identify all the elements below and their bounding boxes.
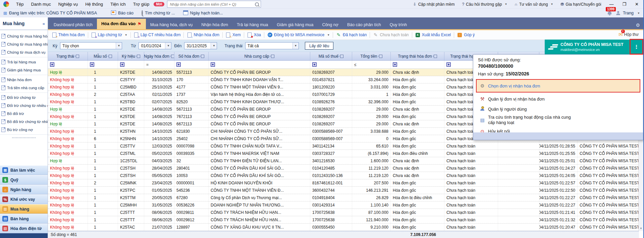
filter-icon[interactable]: [211, 62, 215, 67]
pin-icon[interactable]: [379, 55, 382, 58]
sidebar-item[interactable]: Bỏ đối trừ: [0, 110, 48, 118]
search-input[interactable]: [169, 2, 255, 7]
column-header-7[interactable]: Mã số thuế: [310, 52, 352, 60]
filter-icon[interactable]: [393, 62, 397, 67]
tab-1[interactable]: Dashboard phân tích: [49, 20, 97, 29]
module-loan[interactable]: %Khế ước vay: [0, 194, 48, 204]
close-button[interactable]: ✕: [635, 2, 639, 6]
tab-8[interactable]: Báo cáo phân tích: [343, 20, 385, 29]
column-filter-6[interactable]: [209, 61, 310, 68]
tab-7[interactable]: Công nợ: [318, 20, 343, 29]
column-filter-4[interactable]: =: [144, 61, 174, 68]
table-row[interactable]: Không hợp lệ1K25TPC01/05/2025545236CÔNG …: [48, 187, 639, 194]
column-header-5[interactable]: Số hóa đơn: [174, 52, 209, 60]
pin-icon[interactable]: [171, 55, 174, 58]
tab-6[interactable]: Giảm giá hàng mua: [272, 20, 318, 29]
menu-item-3[interactable]: Nghiệp vụ: [55, 2, 82, 7]
tab-2[interactable]: Hóa đơn đầu vào⚑: [97, 19, 146, 29]
module-e-invoice[interactable]: ▧Hóa đơn điện tử: [0, 224, 48, 233]
sidebar-item[interactable]: Đối trừ chứng từ: [0, 94, 48, 102]
table-row[interactable]: Không hợp lệ1C25TTT08/06/202500029812CÔN…: [48, 216, 639, 224]
pin-icon[interactable]: [340, 55, 343, 58]
menu-item-4[interactable]: Hệ thống: [82, 2, 107, 7]
toolbar-sync-button[interactable]: ⟳Đồng bộ từ MISA meInvoice▼: [264, 30, 333, 40]
sidebar-item[interactable]: Chứng từ mua dịch vụ: [0, 48, 48, 56]
table-row[interactable]: Không hợp lệ1K25TTM20/05/202567280Công t…: [48, 194, 639, 201]
toolbar-feedback-button[interactable]: ↑Góp ý: [454, 30, 478, 40]
account-menu-item-4[interactable]: ▤Tra cứu tình trạng hoạt động của nhà cu…: [478, 114, 638, 126]
sidebar-item[interactable]: Bỏ đối trừ chứng từ nhiều đố...: [0, 118, 48, 126]
table-row[interactable]: Không hợp lệ1K25TAC21/07/2025128897CÔNG …: [48, 224, 639, 231]
load-data-button[interactable]: Lấy dữ liệu: [305, 42, 333, 50]
menu-item-6[interactable]: Trợ giúp: [129, 2, 153, 7]
table-row[interactable]: Không hợp lệ1C25MHH31/05/202500536226DOA…: [48, 201, 639, 209]
toolbar-receive-invoice-button[interactable]: ↓Nhận hóa đơn: [184, 30, 222, 40]
column-header-6[interactable]: Nhà cung cấp: [209, 52, 310, 60]
column-header-1[interactable]: Trạng thái: [48, 52, 88, 60]
column-header-3[interactable]: Ký hiệu: [118, 52, 144, 60]
notification-bell[interactable]: 1399: [608, 11, 611, 15]
status-button-search[interactable]: Tìm chứng từ ...: [138, 11, 179, 15]
filter-icon[interactable]: [90, 62, 94, 67]
maximize-button[interactable]: ❐: [622, 2, 626, 6]
toolbar-add-invoice-button[interactable]: +Thêm hóa đơn: [49, 30, 88, 40]
sidebar-item[interactable]: Chứng từ mua hàng hóa: [0, 32, 48, 40]
module-sales-cart[interactable]: ▤Bán hàng: [0, 214, 48, 224]
pin-icon[interactable]: [434, 55, 437, 58]
table-row[interactable]: Không hợp lệ1C25TSH28/04/2025280401CÔNG …: [48, 165, 639, 172]
minimize-button[interactable]: —: [609, 2, 613, 6]
filter-operator[interactable]: =: [146, 62, 149, 67]
module-cash[interactable]: $Quỹ: [0, 175, 48, 185]
pin-icon[interactable]: [109, 55, 112, 58]
sidebar-splitter[interactable]: [12, 137, 36, 139]
menu-item-1[interactable]: Tệp: [12, 2, 27, 7]
pin-icon[interactable]: [201, 55, 204, 58]
toolbar-view-button[interactable]: ✎Xem: [223, 30, 244, 40]
pin-icon[interactable]: [76, 55, 79, 58]
column-header-9[interactable]: Trạng thái hóa đơn: [391, 52, 444, 60]
mailbox-button[interactable]: ✉ ! Hộp thư: [619, 32, 639, 37]
filter-icon[interactable]: [312, 62, 317, 67]
filter-icon[interactable]: [176, 62, 181, 67]
filter-icon[interactable]: [446, 62, 451, 67]
column-header-4[interactable]: Ngày hóa đơn: [144, 52, 174, 60]
table-row[interactable]: Không hợp lệ1C25TTV12/03/202500007098CÔN…: [48, 142, 639, 150]
tab-3[interactable]: Mua hàng hóa, dịch vụ: [146, 20, 197, 29]
column-filter-5[interactable]: [174, 61, 209, 68]
sidebar-collapse-button[interactable]: «: [43, 21, 45, 26]
filter-operator[interactable]: ≤: [354, 62, 357, 67]
module-purchase-cart[interactable]: ▥Mua hàng: [0, 204, 48, 214]
status-select[interactable]: Tất cả ▼: [245, 42, 299, 49]
menu-item-2[interactable]: Danh mục: [27, 2, 54, 7]
sidebar-item[interactable]: Chứng từ mua hàng nhiều...: [0, 40, 48, 48]
module-bank[interactable]: ⌂Ngân hàng: [0, 185, 48, 194]
column-filter-8[interactable]: ≤: [352, 61, 391, 68]
menu-right-question[interactable]: ?Câu hỏi thường gặp▼: [459, 2, 511, 7]
menu-item-5[interactable]: Tiện ích: [107, 2, 129, 7]
account-menu-button[interactable]: ⋮: [630, 39, 643, 55]
tab-5[interactable]: Trả lại hàng mua: [232, 20, 272, 29]
sidebar-item[interactable]: Bù trừ công nợ: [0, 126, 48, 134]
column-filter-9[interactable]: [391, 61, 444, 68]
to-date-input[interactable]: 31/12/2025 ▼: [184, 42, 217, 49]
account-menu-item-1[interactable]: ⚙Chọn đơn vị nhận hóa đơn: [476, 79, 640, 93]
table-row[interactable]: Không hợp lệ2C25MNK23/04/202500000001HỘ …: [48, 179, 639, 187]
account-menu-item-2[interactable]: ⚒Quản lý đơn vị nhận hóa đơn: [478, 94, 638, 104]
column-filter-1[interactable]: [48, 61, 88, 68]
column-filter-7[interactable]: [310, 61, 352, 68]
from-date-input[interactable]: 01/01/2024 ▼: [139, 42, 171, 49]
user-menu-caret-icon[interactable]: ▼: [637, 12, 640, 15]
column-filter-3[interactable]: [118, 61, 144, 68]
menu-right-cart[interactable]: ⛃Gia hạn/Chuyển gói: [557, 2, 604, 7]
tab-9[interactable]: Quy trình: [385, 20, 411, 29]
column-filter-2[interactable]: [88, 61, 118, 68]
sidebar-item[interactable]: Đối trừ chứng từ nhiều đối tư...: [0, 102, 48, 110]
table-row[interactable]: Không hợp lệ1C25TTT08/06/202500029811CÔN…: [48, 209, 639, 216]
column-header-2[interactable]: Mẫu số: [88, 52, 118, 60]
toolbar-delete-button[interactable]: ✖Xóa: [244, 30, 264, 40]
sidebar-item[interactable]: Trả lại hàng mua: [0, 58, 48, 66]
period-select[interactable]: Tùy chọn ▼: [60, 42, 122, 49]
menu-right-download[interactable]: ⇩Cập nhật phần mềm: [410, 2, 458, 7]
module-desktop[interactable]: ▦Bàn làm việc: [0, 165, 48, 175]
table-row[interactable]: Hợp lệ11C25TDL04/03/202532CÔNG TY TNHH Đ…: [48, 157, 639, 165]
